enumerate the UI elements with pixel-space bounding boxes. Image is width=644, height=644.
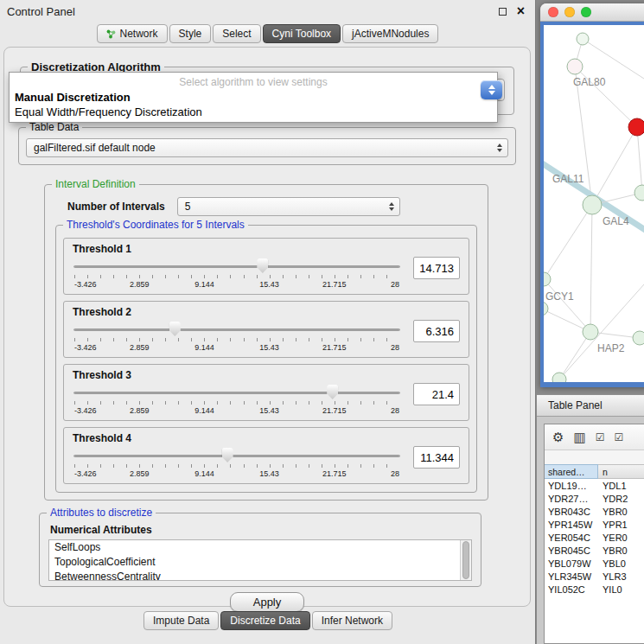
attribute-item-topologicalcoefficient[interactable]: TopologicalCoefficient — [49, 555, 471, 570]
scale-label: -3.426 — [74, 469, 97, 478]
table-row[interactable]: YPR145WYPR1 — [545, 518, 644, 531]
tab-infer-network[interactable]: Infer Network — [312, 611, 392, 630]
scale-label: 2.859 — [130, 343, 150, 352]
close-window-icon[interactable]: × — [517, 4, 525, 18]
tab-select[interactable]: Select — [213, 24, 260, 43]
columns-icon[interactable]: ▥ — [573, 430, 585, 443]
spinner-arrows-icon — [497, 143, 502, 152]
cell-shared-name: YBR045C — [545, 545, 598, 556]
table-row[interactable]: YBL079WYBL0 — [545, 557, 644, 570]
checkbox-icon[interactable]: ☑ — [614, 432, 623, 443]
table-row[interactable]: YBR043CYBR0 — [545, 505, 644, 518]
slider-thumb[interactable] — [327, 385, 338, 399]
column-header-shared-name[interactable]: shared… — [545, 464, 598, 479]
network-node[interactable] — [567, 59, 583, 74]
slider-track[interactable] — [73, 455, 400, 457]
network-node[interactable] — [583, 195, 602, 214]
threshold-4-row: -3.4262.8599.14415.4321.71528 — [73, 446, 460, 481]
scrollbar-thumb[interactable] — [462, 541, 469, 579]
slider-scale-labels: -3.4262.8599.14415.4321.71528 — [74, 280, 399, 290]
table-row[interactable]: YIL052CYIL0 — [545, 583, 644, 596]
algorithm-placeholder: Select algorithm to view settings — [10, 73, 497, 90]
table-toolbar: ⚙▥☑☑ — [545, 424, 644, 450]
window-controls: × — [499, 4, 525, 18]
table-row[interactable]: YDL19…YDL1 — [545, 479, 644, 492]
attribute-item-betweennesscentrality[interactable]: BetweennessCentrality — [49, 570, 471, 581]
list-scrollbar[interactable] — [460, 540, 471, 580]
tab-discretize-data[interactable]: Discretize Data — [220, 611, 309, 630]
scale-label: 21.715 — [322, 469, 347, 478]
algorithm-option-manual-discretization[interactable]: Manual Discretization — [10, 90, 497, 105]
threshold-3-slider[interactable]: -3.4262.8599.14415.4321.71528 — [73, 385, 401, 418]
network-node[interactable] — [583, 324, 598, 340]
node-label-hap2: HAP2 — [597, 342, 625, 354]
network-edge — [590, 205, 592, 332]
network-node[interactable] — [577, 33, 589, 45]
cell-name: YBR0 — [598, 545, 644, 556]
tab-style[interactable]: Style — [169, 24, 212, 43]
threshold-2-row: -3.4262.8599.14415.4321.71528 — [73, 320, 460, 354]
minimize-traffic-light-icon[interactable] — [564, 7, 575, 17]
network-node[interactable] — [552, 373, 566, 382]
node-table-window: ⚙▥☑☑ shared… n YDL19…YDL1YDR27…YDR2YBR04… — [544, 424, 644, 644]
numerical-attributes-list[interactable]: SelfLoopsTopologicalCoefficientBetweenne… — [48, 539, 472, 581]
float-window-icon[interactable] — [499, 8, 507, 16]
combo-arrows-icon[interactable] — [481, 80, 502, 99]
zoom-traffic-light-icon[interactable] — [581, 7, 591, 17]
slider-track[interactable] — [73, 265, 400, 268]
network-node[interactable] — [544, 272, 551, 286]
scale-label: 28 — [391, 280, 399, 289]
table-row[interactable]: YBR045CYBR0 — [545, 544, 644, 557]
network-node[interactable] — [544, 302, 548, 316]
network-node[interactable] — [628, 118, 644, 136]
slider-track[interactable] — [73, 328, 400, 331]
slider-track[interactable] — [73, 392, 400, 394]
scale-label: 2.859 — [130, 469, 150, 478]
threshold-2-label: Threshold 2 — [73, 306, 460, 318]
attribute-item-selfloops[interactable]: SelfLoops — [49, 540, 471, 555]
tab-cyni-toolbox[interactable]: Cyni Toolbox — [263, 24, 341, 43]
slider-thumb[interactable] — [257, 258, 268, 273]
column-header-name[interactable]: n — [598, 464, 644, 479]
network-window-titlebar[interactable] — [540, 3, 644, 22]
tab-network[interactable]: Network — [97, 24, 168, 43]
number-of-intervals-combo[interactable]: 5 — [177, 197, 400, 216]
scale-label: 28 — [391, 343, 399, 352]
scale-label: -3.426 — [74, 280, 97, 289]
table-panel-header[interactable]: Table Panel — [537, 394, 644, 417]
network-icon — [106, 29, 116, 39]
threshold-3-value-field[interactable] — [413, 383, 460, 405]
threshold-1-value-field[interactable] — [413, 257, 460, 279]
top-tabbar: NetworkStyleSelectCyni ToolboxjActiveMNo… — [0, 22, 535, 45]
network-node[interactable] — [634, 185, 644, 201]
network-canvas[interactable]: GAL80GAL11GAL4GCY1HAP2 — [544, 25, 644, 382]
network-graph[interactable]: GAL80GAL11GAL4GCY1HAP2 — [544, 25, 644, 382]
threshold-2-value-field[interactable] — [413, 320, 460, 342]
table-row[interactable]: YLR345WYLR3 — [545, 570, 644, 583]
close-traffic-light-icon[interactable] — [548, 7, 558, 17]
window-title: Control Panel — [7, 5, 75, 18]
algorithm-option-equal-width-frequency-discretization[interactable]: Equal Width/Frequency Discretization — [10, 105, 497, 119]
scale-label: 15.43 — [259, 469, 279, 478]
slider-thumb[interactable] — [169, 322, 181, 336]
apply-button[interactable]: Apply — [230, 592, 305, 612]
attributes-to-discretize-group: Attributes to discretize Numerical Attri… — [39, 513, 481, 587]
threshold-4-value-field[interactable] — [413, 446, 460, 469]
slider-thumb[interactable] — [222, 448, 233, 462]
network-view-window[interactable]: GAL80GAL11GAL4GCY1HAP2 — [540, 3, 644, 387]
cell-shared-name: YBL079W — [545, 558, 598, 569]
network-node[interactable] — [633, 331, 644, 345]
table-row[interactable]: YDR27…YDR2 — [545, 492, 644, 505]
threshold-4-slider[interactable]: -3.4262.8599.14415.4321.71528 — [73, 448, 401, 481]
cell-name: YPR1 — [598, 520, 644, 530]
threshold-2-slider[interactable]: -3.4262.8599.14415.4321.71528 — [73, 322, 401, 354]
node-label-gal80: GAL80 — [573, 76, 606, 88]
threshold-1-slider[interactable]: -3.4262.8599.14415.4321.71528 — [73, 258, 401, 291]
table-data-combo[interactable]: galFiltered.sif default node — [26, 138, 508, 157]
table-row[interactable]: YER054CYER0 — [545, 531, 644, 544]
tab-jactivemnodules[interactable]: jActiveMNodules — [342, 24, 438, 43]
settings-icon[interactable]: ⚙ — [552, 430, 564, 443]
checkbox-icon[interactable]: ☑ — [596, 432, 605, 443]
tab-label: Cyni Toolbox — [272, 29, 331, 39]
tab-impute-data[interactable]: Impute Data — [143, 611, 219, 630]
